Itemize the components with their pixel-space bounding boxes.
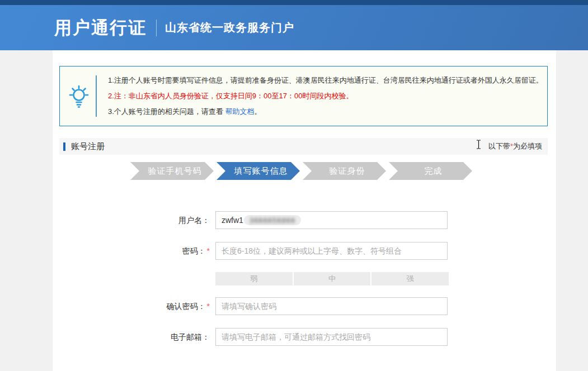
section-title: 账号注册 — [71, 141, 105, 152]
header-inner: 用户通行证 山东省统一政务服务门户 — [0, 5, 588, 50]
password-required-star: * — [207, 246, 210, 255]
portal-subtitle: 山东省统一政务服务门户 — [165, 20, 294, 35]
lightbulb-icon — [64, 66, 93, 126]
required-note-prefix: 以下带 — [488, 142, 510, 150]
required-note-suffix: 为必填项 — [513, 142, 542, 150]
email-input[interactable] — [215, 328, 448, 346]
required-fields-note: 以下带*为必填项 — [488, 141, 542, 151]
password-label: 密码：* — [53, 242, 210, 260]
confirm-password-input[interactable] — [215, 297, 448, 315]
section-marker — [63, 142, 65, 151]
password-strength-meter: 弱 中 强 — [215, 272, 449, 286]
section-bar: 账号注册 以下带*为必填项 — [59, 138, 548, 155]
step-verify-identity: 验证身份 — [303, 162, 386, 180]
help-doc-link[interactable]: 帮助文档 — [225, 107, 254, 116]
strength-weak: 弱 — [215, 272, 293, 286]
strength-strong: 强 — [371, 272, 449, 286]
confirm-required-star: * — [207, 302, 210, 311]
password-row: 密码：* — [53, 242, 556, 260]
notice-text: 1.注册个人账号时需要填写证件信息，请提前准备身份证、港澳居民往来内地通行证、台… — [108, 73, 540, 120]
content-card: 1.注册个人账号时需要填写证件信息，请提前准备身份证、港澳居民往来内地通行证、台… — [53, 50, 556, 371]
notice-divider — [96, 75, 97, 117]
password-input[interactable] — [215, 242, 448, 260]
username-value: zwfw1 — [222, 216, 243, 225]
confirm-password-label: 确认密码：* — [53, 297, 210, 315]
page-title: 用户通行证 — [54, 16, 147, 40]
notice-line-3: 3.个人账号注册的相关问题，请查看 帮助文档。 — [108, 104, 540, 120]
header: 用户通行证 山东省统一政务服务门户 — [0, 0, 588, 50]
notice-line-3-text: 3.个人账号注册的相关问题，请查看 — [108, 107, 225, 116]
notice-line-1: 1.注册个人账号时需要填写证件信息，请提前准备身份证、港澳居民往来内地通行证、台… — [108, 73, 540, 88]
step-verify-phone: 验证手机号码 — [130, 162, 214, 180]
email-label: 电子邮箱： — [53, 328, 210, 346]
email-row: 电子邮箱： — [53, 328, 556, 346]
username-label: 用户名： — [53, 211, 210, 229]
confirm-password-label-text: 确认密码： — [167, 302, 206, 311]
strength-medium: 中 — [294, 272, 371, 286]
header-title-divider — [156, 20, 157, 36]
username-row: 用户名： zwfw1 3666656866 — [53, 211, 556, 229]
notice-box: 1.注册个人账号时需要填写证件信息，请提前准备身份证、港澳居民往来内地通行证、台… — [59, 66, 548, 126]
confirm-password-row: 确认密码：* — [53, 297, 556, 315]
username-redacted-blur: 3666656866 — [244, 215, 301, 225]
ibeam-cursor-icon — [476, 140, 481, 151]
username-input[interactable]: zwfw1 3666656866 — [215, 211, 448, 229]
email-label-text: 电子邮箱： — [171, 332, 210, 341]
step-fill-account-info: 填写账号信息 — [217, 162, 300, 180]
username-label-text: 用户名： — [178, 216, 210, 225]
registration-steps: 验证手机号码 填写账号信息 验证身份 完成 — [130, 162, 472, 180]
notice-line-2-warning: 2.注：非山东省内人员身份验证，仅支持日间9：00至17：00时间段内校验。 — [108, 88, 540, 104]
step-complete: 完成 — [389, 162, 472, 180]
header-top-strip — [0, 0, 588, 5]
password-label-text: 密码： — [182, 246, 206, 255]
notice-line-3-period: 。 — [254, 107, 261, 116]
